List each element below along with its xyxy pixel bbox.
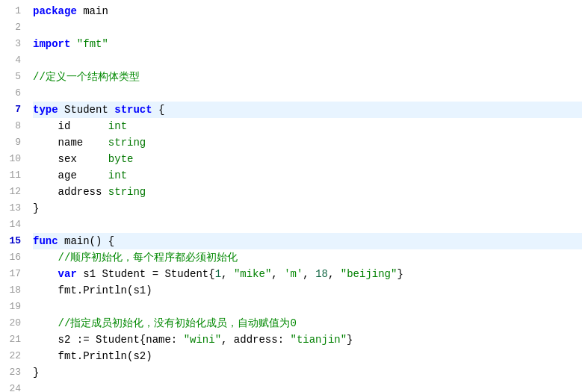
line-number-10: 10 <box>7 151 21 167</box>
token: "tianjin" <box>290 334 347 346</box>
code-line-16: //顺序初始化，每个程序都必须初始化 <box>33 249 582 266</box>
code-line-17: var s1 Student = Student{1, "mike", 'm',… <box>33 266 582 282</box>
token <box>33 268 58 280</box>
token: string <box>108 186 146 198</box>
token: s2 := Student{name: <box>33 334 184 346</box>
code-line-24 <box>33 381 582 392</box>
line-number-11: 11 <box>7 167 21 184</box>
code-line-2 <box>33 19 582 36</box>
code-line-18: fmt.Println(s1) <box>33 282 582 299</box>
token: 18 <box>315 268 328 280</box>
token: 'm' <box>284 268 303 280</box>
token: type <box>33 104 58 116</box>
code-line-8: id int <box>33 118 582 134</box>
line-numbers: 123456789101112131415161718192021222324 <box>0 0 27 392</box>
token: name <box>33 137 108 149</box>
line-number-9: 9 <box>7 134 21 151</box>
code-editor: 123456789101112131415161718192021222324 … <box>0 0 582 392</box>
line-number-20: 20 <box>7 315 21 332</box>
token: s1 Student = Student{ <box>77 268 215 280</box>
line-number-2: 2 <box>7 19 21 36</box>
code-line-6 <box>33 85 582 102</box>
token: //指定成员初始化，没有初始化成员，自动赋值为0 <box>33 317 297 329</box>
code-line-5: //定义一个结构体类型 <box>33 69 582 85</box>
code-content: package main import "fmt" //定义一个结构体类型 ty… <box>27 0 582 392</box>
token: import <box>33 38 70 50</box>
token: } <box>33 202 39 214</box>
code-line-21: s2 := Student{name: "wini", address: "ti… <box>33 332 582 348</box>
code-line-11: age int <box>33 167 582 184</box>
line-number-5: 5 <box>7 69 21 85</box>
token: int <box>108 169 127 181</box>
line-number-23: 23 <box>7 364 21 381</box>
token: id <box>33 120 108 132</box>
token: "fmt" <box>77 38 108 50</box>
line-number-3: 3 <box>7 36 21 52</box>
code-line-22: fmt.Println(s2) <box>33 348 582 364</box>
token: Student <box>58 104 115 116</box>
token: string <box>108 137 146 149</box>
line-number-19: 19 <box>7 299 21 315</box>
code-line-15: func main() { <box>33 233 582 249</box>
token: , <box>328 268 341 280</box>
token: } <box>397 268 403 280</box>
token: "mike" <box>234 268 271 280</box>
line-number-22: 22 <box>7 348 21 364</box>
token: //顺序初始化，每个程序都必须初始化 <box>33 252 238 264</box>
token: sex <box>33 153 108 165</box>
line-number-1: 1 <box>7 3 21 19</box>
token: age <box>33 169 108 181</box>
code-line-12: address string <box>33 184 582 200</box>
code-line-9: name string <box>33 134 582 151</box>
token: package <box>33 5 77 17</box>
token: "beijing" <box>341 268 397 280</box>
line-number-24: 24 <box>7 381 21 392</box>
code-line-1: package main <box>33 3 582 19</box>
token: , <box>303 268 315 280</box>
code-line-7: type Student struct { <box>33 102 582 118</box>
token: main <box>77 5 108 17</box>
line-number-13: 13 <box>7 200 21 217</box>
token: { <box>152 104 165 116</box>
token: struct <box>114 104 152 116</box>
code-line-10: sex byte <box>33 151 582 167</box>
code-line-14 <box>33 217 582 233</box>
line-number-17: 17 <box>7 266 21 282</box>
line-number-18: 18 <box>7 282 21 299</box>
token: //定义一个结构体类型 <box>33 71 140 83</box>
line-number-14: 14 <box>7 217 21 233</box>
line-number-21: 21 <box>7 332 21 348</box>
code-line-13: } <box>33 200 582 217</box>
token: fmt.Println(s1) <box>33 284 152 296</box>
line-number-15: 15 <box>7 233 21 249</box>
token: var <box>58 268 77 280</box>
token <box>70 38 76 50</box>
token: , <box>221 268 234 280</box>
line-number-4: 4 <box>7 52 21 69</box>
token: 1 <box>215 268 221 280</box>
token: fmt.Println(s2) <box>33 350 152 362</box>
token: } <box>33 367 39 379</box>
token: func <box>33 235 58 247</box>
line-number-12: 12 <box>7 184 21 200</box>
code-line-4 <box>33 52 582 69</box>
token: } <box>347 334 353 346</box>
code-line-19 <box>33 299 582 315</box>
token: byte <box>108 153 134 165</box>
token: , <box>271 268 284 280</box>
token: "wini" <box>184 334 221 346</box>
line-number-16: 16 <box>7 249 21 266</box>
line-number-7: 7 <box>7 102 21 118</box>
code-line-3: import "fmt" <box>33 36 582 52</box>
line-number-8: 8 <box>7 118 21 134</box>
token: main() { <box>58 235 115 247</box>
code-line-20: //指定成员初始化，没有初始化成员，自动赋值为0 <box>33 315 582 332</box>
token: int <box>108 120 127 132</box>
line-number-6: 6 <box>7 85 21 102</box>
token: , address: <box>221 334 290 346</box>
code-line-23: } <box>33 364 582 381</box>
token: address <box>33 186 108 198</box>
